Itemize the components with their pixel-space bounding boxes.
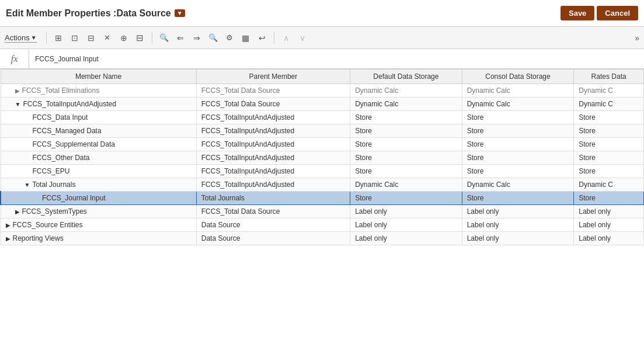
member-name-text: FCCS_Data Input — [33, 113, 88, 122]
expand-icon[interactable]: ⊡ — [68, 31, 82, 45]
col-header-default-data-storage: Default Data Storage — [350, 70, 462, 84]
cell-member-name: ▶FCCS_Total Eliminations — [1, 84, 196, 98]
cell-consol-data-storage: Label only — [462, 218, 574, 232]
settings-icon[interactable]: ⚙ — [222, 31, 236, 45]
formula-bar: fx FCCS_Journal Input — [0, 49, 644, 69]
member-name-text: FCCS_Managed Data — [33, 127, 102, 135]
move-right-icon[interactable]: ⇒ — [190, 31, 204, 45]
table-row[interactable]: ▶Reporting ViewsData SourceLabel onlyLab… — [1, 232, 644, 245]
cell-consol-data-storage: Store — [462, 138, 574, 151]
cell-rates-data: Dynamic C — [574, 98, 644, 111]
header: Edit Member Properties :Data Source ▼ Sa… — [0, 0, 644, 27]
cell-parent-member: FCCS_TotalInputAndAdjusted — [196, 124, 350, 138]
member-name-text: FCCS_EPU — [33, 167, 70, 175]
cell-parent-member: FCCS_Total Data Source — [196, 98, 350, 111]
table-row[interactable]: FCCS_Data InputFCCS_TotalInputAndAdjuste… — [1, 111, 644, 124]
refresh-icon[interactable]: ⊟ — [133, 31, 147, 45]
col-header-member-name: Member Name — [1, 70, 196, 84]
table-row[interactable]: ▶FCCS_SystemTypesFCCS_Total Data SourceL… — [1, 205, 644, 218]
undo-icon[interactable]: ↩ — [255, 31, 269, 45]
cell-parent-member: Data Source — [196, 218, 350, 232]
cell-consol-data-storage: Dynamic Calc — [462, 178, 574, 192]
cell-parent-member: FCCS_TotalInputAndAdjusted — [196, 138, 350, 151]
table-row[interactable]: ▶FCCS_Source EntitiesData SourceLabel on… — [1, 218, 644, 232]
cell-rates-data: Dynamic C — [574, 178, 644, 192]
cell-rates-data: Store — [574, 138, 644, 151]
member-name-text: FCCS_Journal Input — [42, 194, 106, 202]
table-row[interactable]: FCCS_Journal InputTotal JournalsStoreSto… — [1, 192, 644, 205]
table-row[interactable]: FCCS_EPUFCCS_TotalInputAndAdjustedStoreS… — [1, 165, 644, 178]
cell-default-data-storage: Dynamic Calc — [350, 98, 462, 111]
table-row[interactable]: FCCS_Other DataFCCS_TotalInputAndAdjuste… — [1, 151, 644, 165]
cell-consol-data-storage: Store — [462, 124, 574, 138]
cell-rates-data: Store — [574, 151, 644, 165]
cancel-button[interactable]: Cancel — [597, 6, 638, 20]
cell-member-name: FCCS_Journal Input — [1, 192, 196, 205]
fx-icon: fx — [11, 54, 18, 64]
table-row[interactable]: ▶FCCS_Total EliminationsFCCS_Total Data … — [1, 84, 644, 98]
search-icon[interactable]: 🔍 — [157, 31, 171, 45]
move-left-icon[interactable]: ⇐ — [173, 31, 187, 45]
table-row[interactable]: ▼FCCS_TotalInputAndAdjustedFCCS_Total Da… — [1, 98, 644, 111]
col-header-consol-data-storage: Consol Data Storage — [462, 70, 574, 84]
down-arrow-icon[interactable]: ∨ — [295, 31, 309, 45]
table-row[interactable]: ▼Total JournalsFCCS_TotalInputAndAdjuste… — [1, 178, 644, 192]
cell-rates-data: Store — [574, 124, 644, 138]
cell-consol-data-storage: Store — [462, 111, 574, 124]
expand-tree-icon[interactable]: ▶ — [6, 222, 11, 228]
up-arrow-icon[interactable]: ∧ — [279, 31, 293, 45]
member-name-text: Reporting Views — [13, 234, 64, 242]
delete-icon[interactable]: ✕ — [100, 31, 114, 45]
cell-consol-data-storage: Store — [462, 192, 574, 205]
expand-tree-icon[interactable]: ▶ — [6, 235, 11, 242]
page-title: Edit Member Properties :Data Source ▼ — [6, 8, 185, 19]
col-header-rates-data: Rates Data — [574, 70, 644, 84]
collapse-tree-icon[interactable]: ▼ — [25, 182, 30, 188]
cell-default-data-storage: Label only — [350, 205, 462, 218]
member-name-text: FCCS_Supplemental Data — [33, 140, 115, 148]
cell-rates-data: Store — [574, 192, 644, 205]
cell-default-data-storage: Dynamic Calc — [350, 178, 462, 192]
cell-parent-member: FCCS_Total Data Source — [196, 84, 350, 98]
toolbar-separator-1 — [46, 32, 47, 44]
cell-member-name: ▼FCCS_TotalInputAndAdjusted — [1, 98, 196, 111]
cell-default-data-storage: Label only — [350, 218, 462, 232]
cell-member-name: FCCS_Data Input — [1, 111, 196, 124]
chart-icon[interactable]: ▦ — [239, 31, 253, 45]
member-name-text: FCCS_SystemTypes — [22, 207, 87, 216]
title-dropdown[interactable]: ▼ — [175, 9, 185, 17]
cell-member-name: ▶FCCS_Source Entities — [1, 218, 196, 232]
cell-rates-data: Store — [574, 165, 644, 178]
cell-rates-data: Store — [574, 111, 644, 124]
cell-member-name: ▶Reporting Views — [1, 232, 196, 245]
table-row[interactable]: FCCS_Managed DataFCCS_TotalInputAndAdjus… — [1, 124, 644, 138]
cell-consol-data-storage: Store — [462, 165, 574, 178]
data-table-container: Member Name Parent Member Default Data S… — [0, 69, 644, 354]
cell-member-name: FCCS_EPU — [1, 165, 196, 178]
member-name-text: FCCS_Source Entities — [13, 221, 83, 229]
cell-parent-member: FCCS_Total Data Source — [196, 205, 350, 218]
cell-member-name: FCCS_Supplemental Data — [1, 138, 196, 151]
actions-label: Actions — [5, 33, 30, 42]
formula-icon: fx — [0, 49, 29, 69]
expand-tree-icon[interactable]: ▶ — [15, 209, 20, 215]
more-chevron-icon[interactable]: » — [635, 33, 639, 43]
save-button[interactable]: Save — [561, 6, 594, 20]
zoom-icon[interactable]: 🔍 — [206, 31, 220, 45]
collapse-icon[interactable]: ⊟ — [84, 31, 98, 45]
cell-consol-data-storage: Store — [462, 151, 574, 165]
collapse-tree-icon[interactable]: ▼ — [15, 101, 21, 107]
toolbar-separator-2 — [152, 32, 152, 44]
actions-menu[interactable]: Actions ▼ — [5, 33, 37, 43]
cell-member-name: FCCS_Other Data — [1, 151, 196, 165]
toolbar: Actions ▼ ⊞ ⊡ ⊟ ✕ ⊕ ⊟ 🔍 ⇐ ⇒ 🔍 ⚙ ▦ ↩ ∧ ∨ … — [0, 27, 644, 49]
add-child-icon[interactable]: ⊕ — [117, 31, 131, 45]
member-name-text: FCCS_Total Eliminations — [22, 86, 100, 95]
table-row[interactable]: FCCS_Supplemental DataFCCS_TotalInputAnd… — [1, 138, 644, 151]
expand-tree-icon[interactable]: ▶ — [15, 88, 20, 94]
title-text: Edit Member Properties :Data Source — [6, 8, 171, 19]
cell-member-name: ▼Total Journals — [1, 178, 196, 192]
cell-rates-data: Dynamic C — [574, 84, 644, 98]
grid-icon[interactable]: ⊞ — [51, 31, 65, 45]
toolbar-separator-3 — [274, 32, 274, 44]
